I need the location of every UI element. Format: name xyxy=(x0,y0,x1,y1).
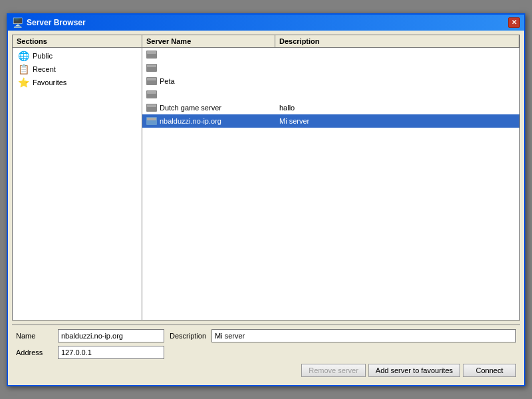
address-row: Address xyxy=(16,346,516,359)
col-header-name: Server Name xyxy=(142,35,275,47)
server-name-cell: Dutch game server xyxy=(146,104,279,112)
bottom-panel: Name Description Address Remove server A… xyxy=(12,325,520,381)
close-button[interactable]: ✕ xyxy=(508,17,520,28)
window-content: Sections 🌐 Public 📋 Recent ⭐ Favourites xyxy=(8,31,524,385)
recent-icon: 📋 xyxy=(18,64,29,74)
server-name: Peta xyxy=(160,77,175,85)
server-name: nbalduzzi.no-ip.org xyxy=(160,117,221,125)
table-row[interactable] xyxy=(142,88,519,101)
connect-button[interactable]: Connect xyxy=(463,364,516,377)
sidebar-item-label-recent: Recent xyxy=(33,65,56,73)
sidebar-item-label-favourites: Favourites xyxy=(33,78,66,86)
description-input[interactable] xyxy=(211,329,516,342)
window-title: Server Browser xyxy=(27,18,86,27)
remove-server-button[interactable]: Remove server xyxy=(301,364,366,377)
window-icon: 🖥️ xyxy=(12,17,23,28)
sidebar-item-label-public: Public xyxy=(33,52,53,60)
server-name-cell xyxy=(146,90,279,98)
server-name-cell xyxy=(146,51,279,59)
table-row[interactable]: Peta xyxy=(142,74,519,88)
sidebar-item-public[interactable]: 🌐 Public xyxy=(13,49,142,63)
sidebar-item-favourites[interactable]: ⭐ Favourites xyxy=(13,76,142,89)
table-row[interactable] xyxy=(142,48,519,61)
server-name-cell: Peta xyxy=(146,77,279,85)
address-label: Address xyxy=(16,348,53,356)
sections-list: 🌐 Public 📋 Recent ⭐ Favourites xyxy=(13,48,142,90)
server-name: Dutch game server xyxy=(160,104,221,112)
name-row: Name Description xyxy=(16,329,516,342)
table-row[interactable] xyxy=(142,61,519,74)
sidebar-item-recent[interactable]: 📋 Recent xyxy=(13,63,142,76)
sections-panel: Sections 🌐 Public 📋 Recent ⭐ Favourites xyxy=(13,35,142,320)
sections-header: Sections xyxy=(13,35,142,48)
servers-header: Server Name Description xyxy=(142,35,519,48)
col-header-desc: Description xyxy=(275,35,519,47)
server-icon xyxy=(146,90,157,98)
title-bar: 🖥️ Server Browser ✕ xyxy=(8,15,524,31)
server-desc-cell: Mi server xyxy=(279,117,515,125)
server-desc-cell: hallo xyxy=(279,104,515,112)
server-name-cell xyxy=(146,64,279,72)
description-label: Description xyxy=(170,332,206,340)
public-icon: 🌐 xyxy=(18,51,29,61)
table-row[interactable]: nbalduzzi.no-ip.org Mi server xyxy=(142,114,519,128)
main-area: Sections 🌐 Public 📋 Recent ⭐ Favourites xyxy=(12,35,520,321)
server-icon xyxy=(146,117,157,125)
server-icon xyxy=(146,51,157,59)
server-icon xyxy=(146,104,157,112)
server-name-cell: nbalduzzi.no-ip.org xyxy=(146,117,279,125)
servers-panel: Server Name Description xyxy=(142,35,519,320)
name-label: Name xyxy=(16,332,53,340)
title-bar-left: 🖥️ Server Browser xyxy=(12,17,86,28)
server-icon xyxy=(146,77,157,85)
buttons-row: Remove server Add server to favourites C… xyxy=(16,364,516,377)
address-input[interactable] xyxy=(58,346,164,359)
main-window: 🖥️ Server Browser ✕ Sections 🌐 Public 📋 … xyxy=(7,13,525,386)
server-icon xyxy=(146,64,157,72)
add-to-favourites-button[interactable]: Add server to favourites xyxy=(368,364,460,377)
table-row[interactable]: Dutch game server hallo xyxy=(142,101,519,114)
favourites-icon: ⭐ xyxy=(18,77,29,88)
server-list: Peta Dutch g xyxy=(142,48,519,320)
name-input[interactable] xyxy=(58,329,164,342)
